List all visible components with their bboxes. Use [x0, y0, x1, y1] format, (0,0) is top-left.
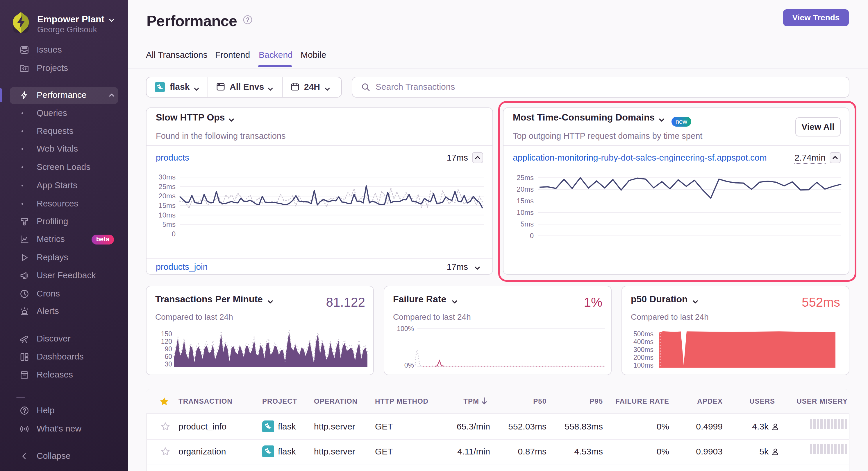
svg-text:30: 30: [164, 360, 172, 368]
svg-text:100%: 100%: [397, 325, 414, 333]
svg-text:25ms: 25ms: [158, 183, 176, 191]
svg-text:15ms: 15ms: [517, 197, 534, 205]
svg-text:120: 120: [161, 338, 172, 345]
svg-text:200ms: 200ms: [633, 354, 653, 361]
svg-text:0: 0: [530, 232, 534, 240]
svg-text:20ms: 20ms: [158, 192, 176, 200]
svg-text:20ms: 20ms: [517, 185, 534, 193]
svg-text:500ms: 500ms: [633, 330, 653, 338]
svg-text:90: 90: [164, 345, 172, 353]
svg-text:15ms: 15ms: [158, 202, 176, 209]
svg-text:0%: 0%: [404, 362, 414, 369]
svg-text:300ms: 300ms: [633, 346, 653, 354]
svg-text:25ms: 25ms: [517, 174, 534, 181]
svg-text:400ms: 400ms: [633, 338, 653, 345]
svg-text:5ms: 5ms: [162, 221, 176, 228]
svg-text:60: 60: [164, 353, 172, 360]
svg-text:5ms: 5ms: [521, 220, 534, 228]
svg-text:0: 0: [172, 230, 176, 238]
svg-text:150: 150: [161, 330, 172, 338]
svg-text:100ms: 100ms: [633, 362, 653, 369]
svg-text:10ms: 10ms: [158, 211, 176, 219]
svg-text:10ms: 10ms: [517, 208, 534, 216]
svg-text:30ms: 30ms: [158, 173, 176, 181]
